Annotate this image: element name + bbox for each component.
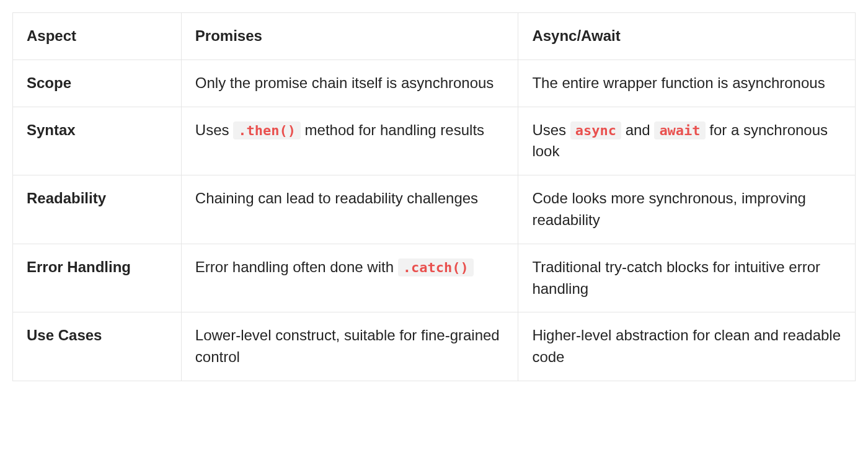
promises-cell: Only the promise chain itself is asynchr… <box>181 60 518 107</box>
cell-text: Code looks more synchronous, improving r… <box>532 190 806 228</box>
promises-cell: Chaining can lead to readability challen… <box>181 175 518 244</box>
table-body: ScopeOnly the promise chain itself is as… <box>13 60 856 381</box>
header-asyncawait: Async/Await <box>518 13 856 60</box>
asyncawait-cell: Traditional try-catch blocks for intuiti… <box>518 244 856 312</box>
promises-cell: Lower-level construct, suitable for fine… <box>181 312 518 381</box>
cell-text: Chaining can lead to readability challen… <box>195 190 478 206</box>
cell-text: method for handling results <box>301 121 484 138</box>
aspect-cell: Readability <box>13 175 182 244</box>
cell-text: The entire wrapper function is asynchron… <box>532 74 825 91</box>
promises-cell: Error handling often done with .catch() <box>181 244 518 312</box>
table-row: ScopeOnly the promise chain itself is as… <box>13 60 856 107</box>
aspect-cell: Scope <box>13 60 182 107</box>
inline-code: .then() <box>233 121 301 139</box>
asyncawait-cell: Code looks more synchronous, improving r… <box>518 175 856 244</box>
table-row: Use CasesLower-level construct, suitable… <box>13 312 856 381</box>
table-row: SyntaxUses .then() method for handling r… <box>13 107 856 175</box>
cell-text: Error handling often done with <box>195 258 398 275</box>
asyncawait-cell: Higher-level abstraction for clean and r… <box>518 312 856 381</box>
aspect-cell: Syntax <box>13 107 182 175</box>
inline-code: async <box>570 121 621 139</box>
cell-text: Only the promise chain itself is asynchr… <box>195 74 494 91</box>
header-aspect: Aspect <box>13 13 182 60</box>
table-row: ReadabilityChaining can lead to readabil… <box>13 175 856 244</box>
cell-text: and <box>621 121 654 138</box>
promises-cell: Uses .then() method for handling results <box>181 107 518 175</box>
cell-text: Uses <box>532 121 570 138</box>
inline-code: .catch() <box>398 258 474 276</box>
aspect-cell: Use Cases <box>13 312 182 381</box>
cell-text: Traditional try-catch blocks for intuiti… <box>532 258 820 297</box>
cell-text: Lower-level construct, suitable for fine… <box>195 327 500 365</box>
cell-text: Uses <box>195 121 233 138</box>
cell-text: Higher-level abstraction for clean and r… <box>532 327 841 365</box>
asyncawait-cell: The entire wrapper function is asynchron… <box>518 60 856 107</box>
aspect-cell: Error Handling <box>13 244 182 312</box>
table-row: Error HandlingError handling often done … <box>13 244 856 312</box>
header-promises: Promises <box>181 13 518 60</box>
comparison-table: Aspect Promises Async/Await ScopeOnly th… <box>12 12 856 381</box>
inline-code: await <box>654 121 705 139</box>
asyncawait-cell: Uses async and await for a synchronous l… <box>518 107 856 175</box>
table-header-row: Aspect Promises Async/Await <box>13 13 856 60</box>
